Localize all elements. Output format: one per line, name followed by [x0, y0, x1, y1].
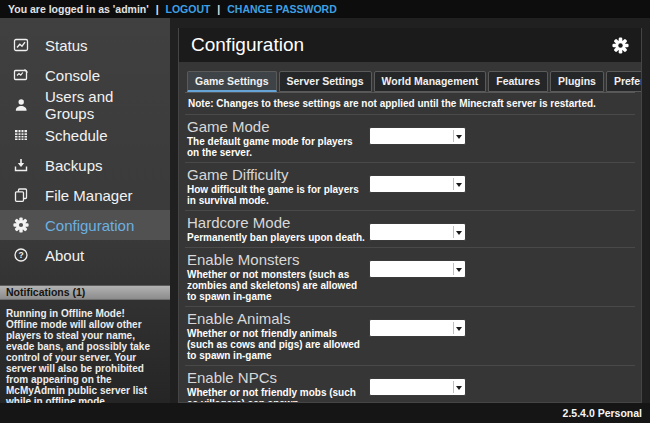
game-mode-select[interactable]: [369, 127, 466, 145]
tab-world-management[interactable]: World Management: [374, 71, 487, 92]
setting-row-hardcore-mode: Hardcore Mode Permanently ban players up…: [185, 210, 635, 247]
users-icon: [12, 97, 30, 113]
game-mode-select-input[interactable]: [370, 131, 465, 147]
tab-plugins[interactable]: Plugins: [550, 71, 604, 92]
sidebar: Status Console Users and Groups: [0, 18, 170, 403]
separator: |: [214, 3, 223, 15]
logged-in-text: You are logged in as 'admin': [8, 3, 149, 15]
version-label: 2.5.4.0 Personal: [563, 407, 642, 419]
setting-description: Permanently ban players upon death.: [187, 232, 365, 243]
setting-description: Whether or not friendly mobs (such as vi…: [187, 387, 365, 403]
notifications-body: Running in Offline Mode! Offline mode wi…: [0, 300, 172, 407]
game-difficulty-select-input[interactable]: [370, 179, 465, 195]
sidebar-menu: Status Console Users and Groups: [0, 18, 170, 270]
setting-row-game-mode: Game Mode The default game mode for play…: [185, 115, 635, 162]
hardcore-mode-select[interactable]: [369, 223, 466, 241]
tab-bar: Game Settings Server Settings World Mana…: [185, 71, 635, 92]
setting-description: Whether or not friendly animals (such as…: [187, 328, 365, 361]
page-title: Configuration: [191, 34, 304, 56]
logout-link[interactable]: LOGOUT: [166, 3, 211, 15]
sidebar-item-label: Backups: [45, 157, 103, 174]
restart-note: Note: Changes to these settings are not …: [185, 92, 635, 115]
tab-game-settings[interactable]: Game Settings: [187, 71, 277, 92]
setting-row-enable-npcs: Enable NPCs Whether or not friendly mobs…: [185, 365, 635, 403]
top-bar: You are logged in as 'admin' | LOGOUT | …: [0, 0, 650, 18]
enable-npcs-select[interactable]: [369, 378, 466, 396]
sidebar-item-label: Users and Groups: [45, 88, 162, 122]
console-icon: [12, 67, 30, 83]
setting-row-enable-animals: Enable Animals Whether or not friendly a…: [185, 306, 635, 365]
tab-features[interactable]: Features: [488, 71, 548, 92]
svg-text:?: ?: [18, 250, 23, 260]
panel-body: Game Settings Server Settings World Mana…: [179, 62, 641, 403]
notifications-header: Notifications (1): [0, 285, 170, 300]
footer: 2.5.4.0 Personal: [0, 403, 650, 423]
enable-animals-select[interactable]: [369, 319, 466, 337]
configuration-panel: Configuration Game Settings Server Setti…: [178, 28, 642, 403]
hardcore-mode-select-input[interactable]: [370, 227, 465, 243]
tab-server-settings[interactable]: Server Settings: [279, 71, 372, 92]
enable-animals-select-input[interactable]: [370, 323, 465, 339]
sidebar-item-label: Status: [45, 37, 88, 54]
change-password-link[interactable]: CHANGE PASSWORD: [227, 3, 336, 15]
separator: |: [153, 3, 162, 15]
file-copy-icon: [12, 187, 30, 203]
sidebar-item-backups[interactable]: Backups: [0, 150, 170, 180]
setting-row-enable-monsters: Enable Monsters Whether or not monsters …: [185, 247, 635, 306]
setting-row-game-difficulty: Game Difficulty How difficult the game i…: [185, 162, 635, 210]
schedule-grid-icon: [12, 127, 30, 143]
setting-description: How difficult the game is for players in…: [187, 184, 365, 206]
sidebar-item-label: File Manager: [45, 187, 133, 204]
enable-npcs-select-input[interactable]: [370, 382, 465, 398]
sidebar-item-about[interactable]: ? About: [0, 240, 170, 270]
enable-monsters-select-input[interactable]: [370, 264, 465, 280]
tab-preferences[interactable]: Preferences: [606, 71, 642, 92]
gear-icon: [12, 217, 30, 233]
enable-monsters-select[interactable]: [369, 260, 466, 278]
setting-description: The default game mode for players on the…: [187, 136, 365, 158]
notification-title: Running in Offline Mode!: [6, 308, 166, 319]
sidebar-item-configuration[interactable]: Configuration: [0, 210, 170, 240]
sidebar-item-schedule[interactable]: Schedule: [0, 120, 170, 150]
sidebar-item-label: Configuration: [45, 217, 134, 234]
backups-download-icon: [12, 157, 30, 173]
sidebar-item-label: About: [45, 247, 84, 264]
status-chart-icon: [12, 37, 30, 53]
sidebar-item-file-manager[interactable]: File Manager: [0, 180, 170, 210]
panel-header: Configuration: [179, 28, 641, 62]
setting-description: Whether or not monsters (such as zombies…: [187, 269, 365, 302]
game-difficulty-select[interactable]: [369, 175, 466, 193]
sidebar-item-users-and-groups[interactable]: Users and Groups: [0, 90, 170, 120]
settings-gear-icon[interactable]: [612, 37, 629, 54]
notification-text: Offline mode will allow other players to…: [6, 319, 150, 407]
sidebar-item-console[interactable]: Console: [0, 60, 170, 90]
sidebar-item-status[interactable]: Status: [0, 30, 170, 60]
sidebar-item-label: Schedule: [45, 127, 108, 144]
sidebar-item-label: Console: [45, 67, 100, 84]
question-circle-icon: ?: [12, 247, 30, 263]
